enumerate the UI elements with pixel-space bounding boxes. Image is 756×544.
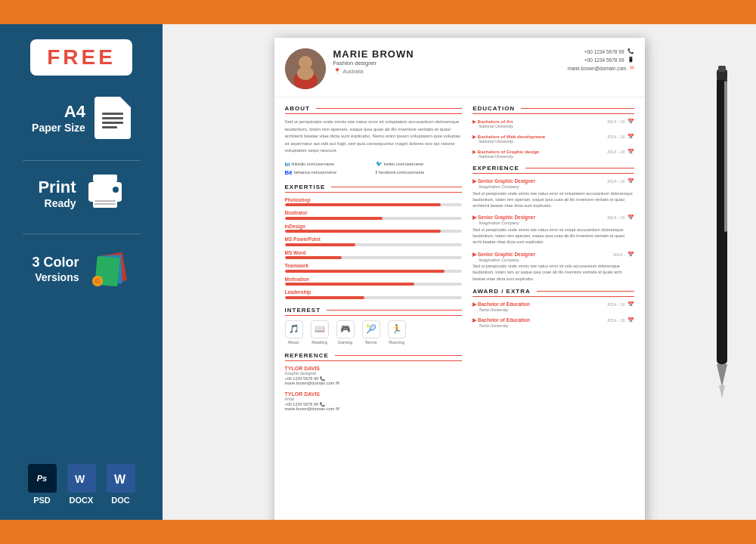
- interest-gaming: 🎮 Gaming: [336, 320, 355, 345]
- pen-decoration: [696, 62, 748, 458]
- print-feature: Print Ready: [8, 175, 155, 212]
- svg-rect-0: [93, 175, 117, 182]
- resume-col-right: EDUCATION ▶ Bachelors of Art National Un…: [472, 105, 634, 417]
- twitter-icon: 🐦: [376, 161, 383, 167]
- award-1: ▶ Bachelor of Education Tanta University…: [472, 301, 634, 312]
- sidebar: FREE A4 Paper Size Print Ready: [0, 24, 163, 520]
- free-label: FREE: [47, 45, 116, 69]
- facebook-url: facebook.com/username: [379, 170, 424, 175]
- svg-rect-4: [94, 200, 116, 202]
- a4-feature: A4 Paper Size: [8, 97, 155, 139]
- resume-contacts: +00 1234 5678 99 📞 +00 1234 5678 99 📱 ma…: [568, 48, 634, 89]
- docx-label: DOCX: [70, 496, 94, 505]
- edu-3: ▶ Bachelors of Graphic design National U…: [472, 149, 634, 159]
- print-title-line2: Ready: [38, 197, 76, 209]
- phone-icon: 📞: [627, 48, 634, 54]
- interest-music: 🎵 Music: [285, 320, 303, 345]
- reading-icon: 📖: [311, 320, 329, 338]
- top-bar: [0, 0, 756, 24]
- ref1-email: marie.brown@domain.com: [285, 381, 335, 385]
- skill-indesign: InDesign: [285, 224, 463, 233]
- svg-rect-19: [717, 77, 727, 364]
- edu-2: ▶ Bachelors of Web development National …: [472, 134, 634, 144]
- interest-icons: 🎵 Music 📖 Reading 🎮 Gaming 🎾: [285, 320, 463, 345]
- svg-marker-21: [717, 364, 727, 387]
- linkedin-url: linkedin.com/username: [292, 162, 335, 166]
- resume-area: MARIE BROWN Fashion designer 📍 Australia…: [163, 24, 756, 520]
- docx-format: W DOCX: [67, 464, 96, 505]
- psd-label: PSD: [33, 496, 51, 505]
- color-title-line1: 3 Color: [32, 255, 79, 271]
- svg-rect-20: [724, 81, 727, 232]
- exp2-title: Senior Graphic Designer: [478, 215, 535, 220]
- experience-title: EXPERIENCE: [472, 165, 634, 174]
- resume-location: 📍 Australia: [333, 68, 560, 75]
- social-links: in linkedin.com/username 🐦 twitter.com/u…: [285, 161, 463, 176]
- behance-link: Bē behance.net/username: [285, 169, 371, 176]
- reference-section: REFERENCE TYLOR DAVIS Graphic designer +…: [285, 352, 463, 411]
- behance-url: behance.net/username: [294, 170, 336, 175]
- running-icon: 🏃: [388, 320, 406, 338]
- interest-section: INTEREST 🎵 Music 📖 Reading �: [285, 307, 463, 345]
- resume-paper: MARIE BROWN Fashion designer 📍 Australia…: [274, 38, 645, 520]
- about-section: ABOUT Sed ut perspiciatis unde omnis ist…: [285, 105, 463, 155]
- phone2-icon: 📱: [627, 57, 634, 63]
- skill-msword: MS Word: [285, 250, 463, 260]
- music-icon: 🎵: [285, 320, 303, 338]
- exp-1: ▶ Senior Graphic Designer 2014 - 16 📅 Im…: [472, 178, 634, 209]
- doc-icon: W: [107, 464, 135, 493]
- resume-body: ABOUT Sed ut perspiciatis unde omnis ist…: [274, 97, 645, 425]
- twitter-url: twitter.com/username: [384, 162, 423, 166]
- about-text: Sed ut perspiciatis unde omnis iste natu…: [285, 119, 463, 155]
- color-versions-feature: 3 Color Versions: [8, 248, 155, 290]
- education-section: EDUCATION ▶ Bachelors of Art National Un…: [472, 105, 634, 159]
- ref2-email: marie.brown@domain.com: [285, 406, 335, 411]
- education-title: EDUCATION: [472, 105, 634, 114]
- resume-name-block: MARIE BROWN Fashion designer 📍 Australia: [333, 48, 560, 89]
- psd-format: Ps PSD: [28, 464, 57, 505]
- skill-mspowerpoint: MS PowerPoint: [285, 236, 463, 246]
- linkedin-link: in linkedin.com/username: [285, 161, 371, 168]
- phone-value-1: +00 1234 5678 99: [584, 49, 624, 54]
- interest-title: INTEREST: [285, 307, 463, 316]
- award-section: AWARD / EXTRA ▶ Bachelor of Education Ta…: [472, 288, 634, 328]
- svg-rect-23: [717, 70, 727, 80]
- resume-header: MARIE BROWN Fashion designer 📍 Australia…: [274, 38, 645, 97]
- free-badge: FREE: [30, 39, 132, 76]
- exp-2: ▶ Senior Graphic Designer 2014 - 16 📅 Im…: [472, 215, 634, 245]
- color-title-line2: Versions: [32, 271, 79, 283]
- award1-title: Bachelor of Education: [478, 301, 530, 307]
- edu-1: ▶ Bachelors of Art National University 2…: [472, 119, 634, 128]
- svg-point-10: [94, 278, 101, 284]
- printer-icon: [85, 175, 125, 212]
- facebook-link: f facebook.com/username: [376, 169, 462, 176]
- location-icon: 📍: [333, 68, 341, 75]
- behance-icon: Bē: [285, 169, 293, 176]
- email-value: marie.brown@domain.com: [568, 66, 627, 71]
- skill-illustrator: Illustrator: [285, 210, 463, 220]
- svg-rect-2: [93, 197, 117, 208]
- exp3-title: Senior Graphic Designer: [478, 252, 535, 257]
- a4-title: A4: [32, 102, 85, 122]
- tennis-icon: 🎾: [362, 320, 380, 338]
- contact-phone2: +00 1234 5678 99 📱: [584, 57, 634, 63]
- svg-point-3: [113, 187, 119, 193]
- svg-text:W: W: [75, 473, 85, 485]
- contact-email: marie.brown@domain.com ✉: [568, 65, 634, 71]
- award2-title: Bachelor of Education: [478, 317, 530, 323]
- svg-rect-5: [94, 203, 116, 205]
- expertise-title: EXPERTISE: [285, 184, 463, 193]
- profile-photo: [285, 48, 326, 89]
- interest-running: 🏃 Running: [388, 320, 406, 345]
- bottom-bar: [0, 520, 756, 544]
- svg-point-18: [297, 66, 314, 80]
- contact-phone1: +00 1234 5678 99 📞: [584, 48, 634, 54]
- award-title: AWARD / EXTRA: [472, 288, 634, 297]
- doc-label: DOC: [111, 496, 129, 505]
- ref1-email-icon: ✉: [336, 381, 339, 385]
- docx-icon: W: [67, 464, 96, 493]
- exp1-title: Senior Graphic Designer: [478, 178, 535, 184]
- interest-tennis: 🎾 Tennis: [362, 320, 380, 345]
- svg-text:W: W: [114, 473, 126, 486]
- ps-icon: Ps: [28, 464, 57, 493]
